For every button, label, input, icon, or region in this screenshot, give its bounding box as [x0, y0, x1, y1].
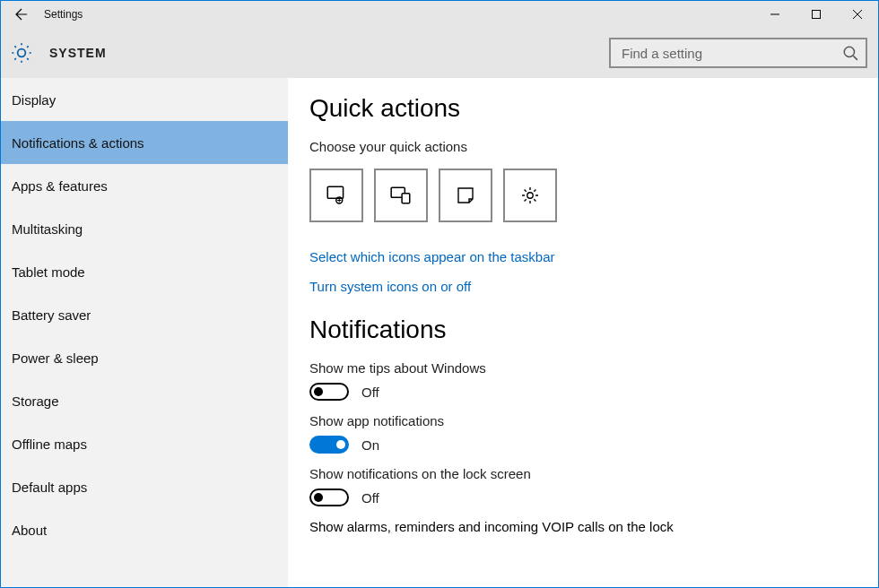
sidebar-item-label: Tablet mode [12, 264, 85, 280]
sidebar-item-display[interactable]: Display [1, 78, 288, 121]
minimize-button[interactable] [754, 1, 796, 28]
sidebar-item-label: Offline maps [12, 437, 87, 452]
link-system-icons[interactable]: Turn system icons on or off [309, 279, 878, 294]
window-title: Settings [44, 8, 83, 21]
quick-action-tile-all-settings[interactable] [503, 169, 557, 222]
main-content: Quick actions Choose your quick actions … [288, 78, 878, 587]
sidebar-item-label: Power & sleep [12, 350, 99, 366]
svg-point-6 [527, 193, 533, 198]
setting-label-cutoff: Show alarms, reminders and incoming VOIP… [309, 519, 878, 534]
setting-lock-screen-notifications: Show notifications on the lock screen Of… [309, 466, 878, 506]
sidebar-item-label: Storage [12, 393, 59, 409]
connect-icon [389, 184, 413, 207]
sidebar-item-default-apps[interactable]: Default apps [1, 465, 288, 508]
search-input[interactable] [620, 45, 842, 62]
maximize-icon [812, 10, 821, 19]
page-header: SYSTEM [1, 28, 878, 78]
svg-point-1 [844, 47, 854, 56]
maximize-button[interactable] [796, 1, 837, 28]
note-icon [455, 185, 476, 206]
sidebar-item-power-sleep[interactable]: Power & sleep [1, 336, 288, 379]
quick-action-tile-note[interactable] [439, 169, 492, 222]
setting-label: Show app notifications [309, 413, 878, 428]
quick-action-tile-connect[interactable] [374, 169, 428, 222]
page-title: SYSTEM [49, 46, 107, 60]
content-body: Display Notifications & actions Apps & f… [1, 78, 878, 587]
sidebar-item-offline-maps[interactable]: Offline maps [1, 422, 288, 465]
svg-rect-5 [402, 194, 410, 203]
quick-action-tile-tablet-mode[interactable] [309, 169, 363, 222]
link-taskbar-icons[interactable]: Select which icons appear on the taskbar [309, 249, 878, 264]
toggle-state: Off [361, 385, 379, 400]
sidebar-item-tablet-mode[interactable]: Tablet mode [1, 250, 288, 293]
setting-label: Show notifications on the lock screen [309, 466, 878, 481]
sidebar-item-label: Display [12, 92, 56, 108]
settings-window: Settings SYSTEM Display Notifications & … [0, 0, 879, 588]
quick-action-tiles [309, 169, 878, 222]
back-button[interactable] [1, 1, 42, 28]
setting-label: Show me tips about Windows [309, 360, 878, 376]
svg-rect-0 [813, 11, 821, 19]
sidebar-item-notifications-actions[interactable]: Notifications & actions [1, 121, 288, 164]
notifications-heading: Notifications [309, 316, 878, 344]
svg-rect-2 [327, 186, 343, 198]
system-gear-icon [10, 41, 33, 65]
back-arrow-icon [14, 7, 29, 22]
sidebar-item-label: About [12, 523, 47, 538]
close-button[interactable] [837, 1, 878, 28]
sidebar-item-label: Battery saver [12, 307, 91, 323]
sidebar-item-label: Notifications & actions [12, 135, 144, 151]
setting-tips: Show me tips about Windows Off [309, 360, 878, 401]
toggle-tips[interactable] [309, 383, 349, 401]
minimize-icon [770, 10, 779, 19]
toggle-state: Off [361, 490, 379, 506]
quick-actions-heading: Quick actions [309, 94, 878, 123]
toggle-lock-screen-notifications[interactable] [309, 489, 349, 506]
sidebar-nav: Display Notifications & actions Apps & f… [1, 78, 288, 587]
sidebar-item-storage[interactable]: Storage [1, 379, 288, 422]
quick-actions-subtext: Choose your quick actions [309, 139, 878, 154]
search-box[interactable] [609, 38, 867, 68]
toggle-app-notifications[interactable] [309, 436, 349, 454]
search-icon [842, 45, 858, 61]
sidebar-item-multitasking[interactable]: Multitasking [1, 207, 288, 250]
sidebar-item-apps-features[interactable]: Apps & features [1, 164, 288, 207]
sidebar-item-battery-saver[interactable]: Battery saver [1, 293, 288, 336]
toggle-state: On [361, 437, 379, 453]
sidebar-item-label: Apps & features [12, 178, 108, 194]
sidebar-item-label: Multitasking [12, 221, 83, 237]
title-bar: Settings [1, 1, 878, 28]
sidebar-item-about[interactable]: About [1, 508, 288, 551]
close-icon [853, 10, 862, 19]
setting-app-notifications: Show app notifications On [309, 413, 878, 454]
tablet-mode-icon [325, 184, 348, 207]
all-settings-icon [519, 185, 541, 206]
sidebar-item-label: Default apps [12, 480, 87, 495]
